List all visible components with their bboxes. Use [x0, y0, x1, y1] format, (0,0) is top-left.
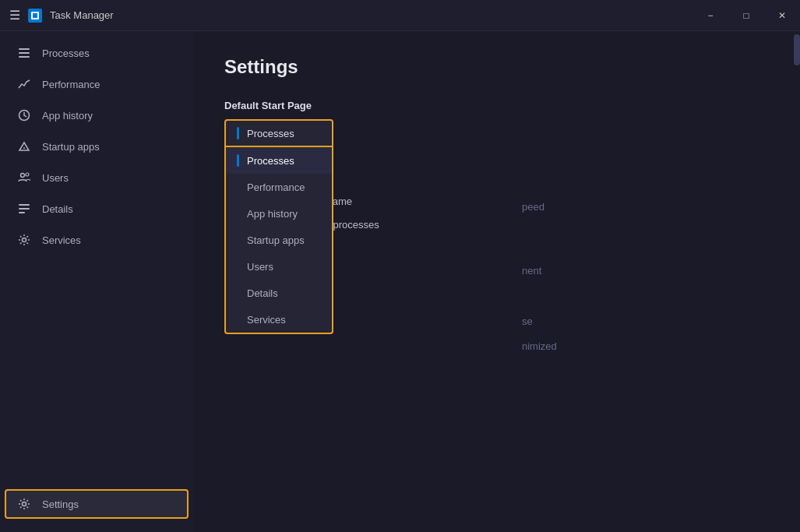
sidebar-label-startup-apps: Startup apps: [42, 141, 100, 153]
scrollbar-thumb[interactable]: [794, 34, 800, 65]
scrollbar-track[interactable]: [791, 31, 800, 532]
sidebar-item-services[interactable]: Services: [5, 225, 189, 255]
svg-rect-0: [19, 48, 30, 50]
dropdown-selected-label: Processes: [247, 128, 294, 139]
no-bar-services: [237, 313, 239, 326]
no-bar-startup-apps: [237, 234, 239, 246]
sidebar-label-users: Users: [42, 172, 69, 184]
window-controls: − □ ✕: [693, 0, 800, 31]
app-title: Task Manager: [50, 9, 114, 21]
dropdown-item-startup-apps[interactable]: Startup apps: [226, 227, 332, 253]
svg-point-6: [26, 173, 29, 176]
svg-rect-8: [19, 208, 30, 210]
sidebar-label-details: Details: [42, 203, 73, 215]
dropdown-item-processes[interactable]: Processes: [226, 147, 332, 174]
content-area: Settings Default Start Page Processes Pr…: [193, 31, 800, 532]
details-icon: [17, 202, 31, 216]
selected-bar-indicator: [237, 154, 239, 167]
dropdown-label-startup-apps: Startup apps: [247, 234, 305, 246]
svg-point-11: [23, 502, 26, 506]
sidebar-item-app-history[interactable]: App history: [5, 100, 189, 130]
dropdown-selected-bar: [237, 127, 239, 139]
dropdown-item-services[interactable]: Services: [226, 306, 332, 333]
no-bar-app-history: [237, 207, 239, 220]
settings-icon: [17, 497, 31, 511]
dropdown-menu: Processes Performance App history Startu…: [224, 147, 333, 334]
sidebar-label-settings: Settings: [42, 499, 79, 510]
minimize-button[interactable]: −: [693, 0, 728, 31]
dropdown-label-performance: Performance: [247, 181, 305, 193]
dropdown-label-app-history: App history: [247, 208, 298, 220]
dropdown-item-details[interactable]: Details: [226, 280, 332, 306]
main-container: Processes Performance App history: [0, 31, 800, 532]
sidebar-label-services: Services: [42, 234, 81, 246]
partial-se-text: se: [522, 315, 533, 327]
performance-icon: [17, 77, 31, 91]
close-button[interactable]: ✕: [764, 0, 800, 31]
no-bar-users: [237, 260, 239, 273]
sidebar-item-settings[interactable]: Settings: [5, 489, 189, 519]
partial-speed-text: peed: [522, 201, 544, 213]
app-icon-inner: [31, 12, 39, 19]
dropdown-label-details: Details: [247, 287, 278, 299]
dropdown-button[interactable]: Processes: [224, 119, 333, 147]
dropdown-item-app-history[interactable]: App history: [226, 200, 332, 227]
sidebar-item-performance[interactable]: Performance: [5, 69, 189, 99]
default-start-page-label: Default Start Page: [224, 100, 769, 111]
no-bar-details: [237, 287, 239, 299]
default-start-page-section: Default Start Page Processes Processes P…: [224, 100, 769, 147]
no-bar-performance: [237, 181, 239, 193]
sidebar: Processes Performance App history: [0, 31, 193, 532]
sidebar-label-app-history: App history: [42, 110, 93, 122]
svg-point-10: [23, 238, 26, 242]
dropdown-item-performance[interactable]: Performance: [226, 174, 332, 200]
startup-apps-icon: [17, 139, 31, 153]
svg-point-5: [21, 174, 25, 178]
app-history-icon: [17, 108, 31, 122]
svg-rect-9: [19, 212, 25, 213]
dropdown-label-services: Services: [247, 314, 286, 326]
title-bar: ☰ Task Manager − □ ✕: [0, 0, 800, 31]
partial-minimized-text: nimized: [522, 340, 557, 352]
dropdown-container: Processes Processes Performance App hist…: [224, 119, 333, 147]
app-icon: [28, 9, 42, 23]
sidebar-item-startup-apps[interactable]: Startup apps: [5, 132, 189, 161]
processes-icon: [17, 46, 31, 60]
users-icon: [17, 171, 31, 185]
svg-rect-2: [19, 56, 30, 58]
hamburger-icon[interactable]: ☰: [9, 8, 20, 23]
sidebar-label-performance: Performance: [42, 79, 100, 90]
sidebar-item-processes[interactable]: Processes: [5, 38, 189, 68]
partial-ment-text: nent: [522, 265, 541, 277]
sidebar-label-processes: Processes: [42, 48, 90, 59]
svg-rect-1: [19, 52, 30, 54]
sidebar-item-users[interactable]: Users: [5, 163, 189, 192]
svg-rect-7: [19, 204, 30, 206]
sidebar-item-details[interactable]: Details: [5, 194, 189, 224]
page-title: Settings: [224, 56, 769, 78]
title-bar-left: ☰ Task Manager: [9, 8, 114, 23]
maximize-button[interactable]: □: [728, 0, 764, 31]
dropdown-label-users: Users: [247, 261, 273, 273]
dropdown-item-users[interactable]: Users: [226, 253, 332, 280]
dropdown-label-processes: Processes: [247, 155, 294, 167]
services-icon: [17, 233, 31, 247]
